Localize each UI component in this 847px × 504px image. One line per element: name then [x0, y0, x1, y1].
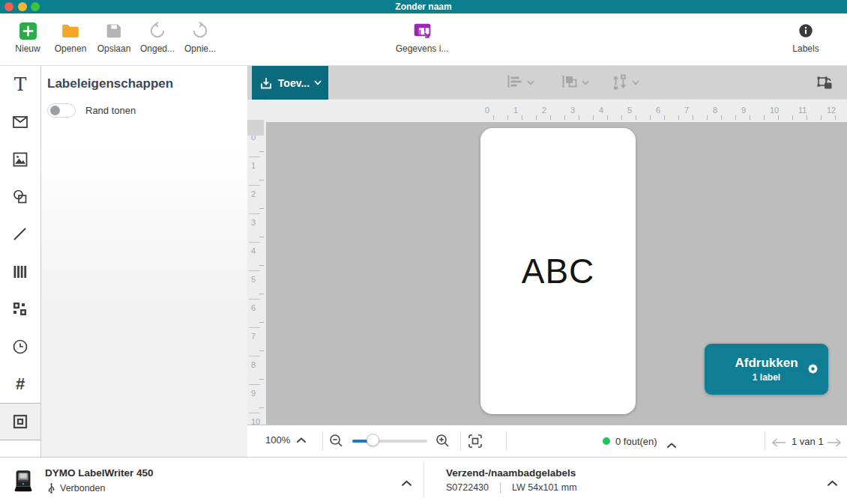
tool-address[interactable]: [0, 103, 40, 141]
tool-image[interactable]: [0, 141, 40, 178]
redo-button[interactable]: Opnie...: [174, 20, 226, 54]
divider: [506, 431, 507, 451]
chevron-up-icon[interactable]: [667, 437, 676, 451]
save-icon: [105, 20, 123, 41]
import-data-icon: [413, 20, 432, 41]
printer-status: Verbonden: [60, 483, 105, 494]
ruler-corner: [247, 120, 264, 136]
edit-toolbar: Toev...: [247, 66, 847, 100]
align-icon: [506, 73, 524, 91]
properties-panel: Labeleigenschappen Rand tonen: [41, 66, 247, 457]
canvas-status-bar: 100% 0 fout(en) 1 van 1: [247, 425, 847, 457]
printer-status-row: Verbonden: [46, 482, 105, 494]
divider: [500, 482, 501, 493]
tool-qr-code[interactable]: [0, 291, 40, 328]
label-expander-chevron-up-icon[interactable]: [828, 476, 837, 489]
undo-icon: [148, 20, 166, 41]
print-button[interactable]: Afdrukken 1 label: [705, 344, 828, 395]
main-toolbar: Nieuw Openen Opslaan Onged... Opnie...: [0, 13, 847, 66]
tool-border[interactable]: [0, 403, 40, 440]
barcode-icon: [11, 263, 29, 281]
new-label: Nieuw: [15, 43, 40, 54]
divider: [424, 464, 424, 498]
hash-icon: #: [11, 375, 29, 393]
svg-text:T: T: [14, 76, 27, 94]
printer-expander-chevron-up-icon[interactable]: [402, 476, 412, 489]
show-border-toggle[interactable]: [47, 103, 76, 118]
error-count[interactable]: 0 fout(en): [615, 436, 657, 447]
folder-icon: [61, 20, 80, 41]
label-text[interactable]: ABC: [522, 251, 595, 291]
tools-sidebar: T #: [0, 66, 41, 457]
save-label: Opslaan: [97, 43, 131, 54]
align-button[interactable]: [506, 73, 534, 91]
printer-image: [10, 467, 36, 497]
next-label-arrow-icon[interactable]: [826, 437, 843, 450]
shapes-icon: [11, 188, 29, 206]
add-tray-icon: [259, 76, 274, 91]
chevron-down-icon: [632, 80, 639, 85]
zoom-slider-track[interactable]: [352, 440, 427, 443]
tool-date-time[interactable]: [0, 328, 40, 365]
zoom-slider-thumb[interactable]: [367, 434, 379, 446]
undo-label: Onged...: [140, 43, 175, 54]
horizontal-ruler: 0123456789101112: [247, 100, 847, 122]
clock-icon: [11, 338, 29, 356]
print-label: Afdrukken: [735, 356, 798, 371]
labels-button[interactable]: Labels: [780, 20, 832, 54]
text-icon: T: [11, 76, 29, 94]
envelope-icon: [11, 113, 29, 131]
tool-text[interactable]: T: [0, 66, 40, 103]
info-icon: [798, 20, 814, 41]
redo-label: Opnie...: [184, 43, 216, 54]
zoom-out-icon[interactable]: [328, 433, 345, 452]
zoom-level: 100%: [265, 434, 290, 446]
new-icon: [19, 20, 37, 41]
show-border-label: Rand tonen: [85, 105, 136, 116]
add-label: Toev...: [278, 77, 310, 89]
tool-counter[interactable]: #: [0, 365, 40, 403]
print-count: 1 label: [753, 372, 780, 383]
show-border-row: Rand tonen: [47, 103, 136, 118]
zoom-in-icon[interactable]: [435, 433, 451, 452]
panel-title: Labeleigenschappen: [47, 76, 173, 91]
label-object[interactable]: ABC: [480, 128, 636, 414]
import-data-label: Gegevens i...: [396, 43, 449, 54]
toggle-knob: [50, 106, 60, 115]
vertical-ruler: 012345678910: [247, 100, 266, 425]
chevron-down-icon: [314, 80, 322, 85]
fit-to-window-icon[interactable]: [467, 433, 483, 452]
label-size: LW 54x101 mm: [512, 482, 577, 493]
label-type-name: Verzend-/naambadgelabels: [446, 467, 576, 479]
status-ok-dot: [603, 437, 610, 445]
tool-barcode[interactable]: [0, 253, 40, 291]
tool-line[interactable]: [0, 216, 40, 253]
tool-shape[interactable]: [0, 178, 40, 216]
print-settings-gear-icon[interactable]: [807, 362, 819, 378]
page-indicator: 1 van 1: [792, 436, 824, 447]
bottom-bar: DYMO LabelWriter 450 Verbonden Verzend-/…: [0, 457, 847, 504]
previous-label-arrow-icon[interactable]: [771, 437, 787, 450]
label-type-details: S0722430 LW 54x101 mm: [446, 482, 577, 493]
labels-label: Labels: [792, 43, 819, 54]
chevron-down-icon: [582, 80, 589, 85]
divider: [322, 431, 323, 451]
image-icon: [11, 151, 29, 168]
svg-text:#: #: [16, 375, 25, 393]
border-icon: [11, 413, 29, 431]
add-button[interactable]: Toev...: [252, 66, 328, 100]
line-icon: [11, 225, 29, 243]
import-data-button[interactable]: Gegevens i...: [396, 20, 448, 54]
lock-selection-button[interactable]: [816, 73, 834, 91]
order-button[interactable]: [611, 73, 639, 91]
divider: [765, 431, 765, 451]
arrange-button[interactable]: [561, 73, 589, 91]
usb-icon: [46, 482, 56, 494]
dymo-connect-window: Zonder naam Nieuw Openen Opslaan Onged.: [0, 0, 847, 504]
zoom-level-control[interactable]: 100%: [265, 434, 306, 446]
chevron-down-icon: [527, 80, 534, 85]
open-label: Openen: [55, 43, 87, 54]
selection-lock-icon: [816, 73, 834, 91]
arrange-icon: [561, 73, 579, 91]
label-sku: S0722430: [446, 482, 489, 493]
